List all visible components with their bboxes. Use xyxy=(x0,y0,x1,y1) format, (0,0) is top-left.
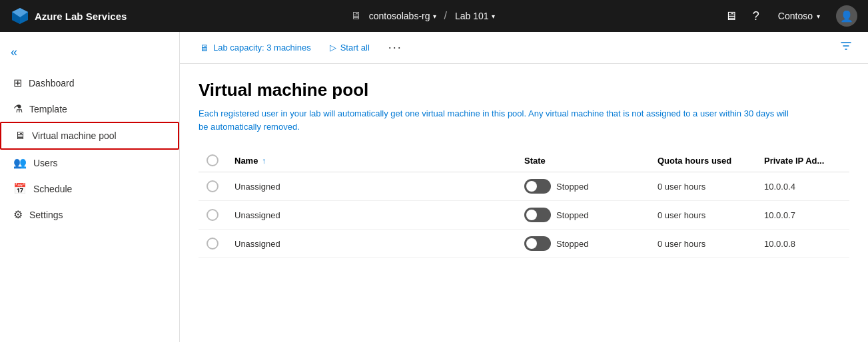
monitor-icon: 🖥 xyxy=(350,10,361,22)
row-check-cell xyxy=(199,201,226,230)
col-header-ip: Private IP Ad... xyxy=(756,149,849,172)
breadcrumb: 🖥 contosolabs-rg ▾ / Lab 101 ▾ xyxy=(135,8,713,24)
chevron-down-icon-lab: ▾ xyxy=(492,13,495,20)
calendar-icon: 📅 xyxy=(13,182,27,195)
sidebar-item-template[interactable]: ⚗ Template xyxy=(0,96,179,122)
sidebar-label-vm-pool: Virtual machine pool xyxy=(32,130,117,141)
avatar[interactable]: 👤 xyxy=(836,5,857,27)
row-quota-0: 0 user hours xyxy=(650,172,756,201)
row-toggle-0[interactable] xyxy=(524,179,551,194)
topnav-right: 🖥 ? Contoso ▾ 👤 xyxy=(722,5,857,27)
row-state-0: Stopped xyxy=(516,172,650,201)
app-logo[interactable]: Azure Lab Services xyxy=(11,7,127,25)
row-state-1: Stopped xyxy=(516,201,650,230)
chevron-left-icon: « xyxy=(11,45,17,59)
toolbar: 🖥 Lab capacity: 3 machines ▷ Start all ·… xyxy=(180,32,868,64)
start-all-btn[interactable]: ▷ Start all xyxy=(326,40,374,55)
row-radio-0[interactable] xyxy=(207,180,218,192)
col-header-state: State xyxy=(516,149,650,172)
breadcrumb-lab[interactable]: Lab 101 ▾ xyxy=(451,8,499,24)
avatar-icon: 👤 xyxy=(840,10,853,23)
col-header-check xyxy=(199,149,226,172)
sidebar-label-template: Template xyxy=(29,104,67,114)
lab-capacity-label: Lab capacity: 3 machines xyxy=(213,43,311,53)
breadcrumb-resource-group[interactable]: contosolabs-rg ▾ xyxy=(365,8,440,24)
sidebar-collapse-btn[interactable]: « xyxy=(0,40,179,65)
help-icon-btn[interactable]: ? xyxy=(750,7,762,26)
table-row: Unassigned Stopped 0 user hours 10.0.0.4 xyxy=(199,172,849,201)
row-name-0: Unassigned xyxy=(226,172,516,201)
col-header-name[interactable]: Name ↑ xyxy=(226,149,516,172)
sidebar-item-vm-pool[interactable]: 🖥 Virtual machine pool xyxy=(0,122,179,150)
monitor-icon-sidebar: 🖥 xyxy=(15,130,25,142)
table-row: Unassigned Stopped 0 user hours 10.0.0.7 xyxy=(199,201,849,230)
vm-table: Name ↑ State Quota hours used Private IP… xyxy=(199,149,849,258)
gear-icon: ⚙ xyxy=(13,208,23,221)
sidebar-label-users: Users xyxy=(33,158,58,168)
row-check-cell xyxy=(199,230,226,258)
topnav: Azure Lab Services 🖥 contosolabs-rg ▾ / … xyxy=(0,0,868,32)
grid-icon: ⊞ xyxy=(13,77,22,89)
sidebar-label-schedule: Schedule xyxy=(33,184,72,194)
page-title: Virtual machine pool xyxy=(199,80,849,100)
breadcrumb-separator: / xyxy=(444,10,447,22)
sidebar-item-users[interactable]: 👥 Users xyxy=(0,150,179,176)
row-quota-2: 0 user hours xyxy=(650,230,756,258)
lab-capacity-btn[interactable]: 🖥 Lab capacity: 3 machines xyxy=(196,40,315,56)
sort-icon: ↑ xyxy=(262,156,266,166)
users-icon: 👥 xyxy=(13,156,27,169)
row-ip-0: 10.0.0.4 xyxy=(756,172,849,201)
col-header-quota: Quota hours used xyxy=(650,149,756,172)
table-row: Unassigned Stopped 0 user hours 10.0.0.8 xyxy=(199,230,849,258)
sidebar-label-settings: Settings xyxy=(29,210,63,220)
main-content: 🖥 Lab capacity: 3 machines ▷ Start all ·… xyxy=(180,32,868,342)
sidebar: « ⊞ Dashboard ⚗ Template 🖥 Virtual machi… xyxy=(0,32,180,342)
chevron-down-icon-account: ▾ xyxy=(817,13,820,20)
play-icon: ▷ xyxy=(330,43,336,53)
row-name-2: Unassigned xyxy=(226,230,516,258)
row-toggle-1[interactable] xyxy=(524,208,551,222)
more-options-btn[interactable]: ··· xyxy=(384,39,406,56)
row-state-label-0: Stopped xyxy=(556,182,588,192)
sidebar-item-settings[interactable]: ⚙ Settings xyxy=(0,202,179,228)
breadcrumb-lab-label: Lab 101 xyxy=(455,11,489,21)
row-state-2: Stopped xyxy=(516,230,650,258)
sidebar-item-schedule[interactable]: 📅 Schedule xyxy=(0,176,179,202)
account-label: Contoso xyxy=(778,11,813,21)
chevron-down-icon: ▾ xyxy=(433,13,436,20)
sidebar-label-dashboard: Dashboard xyxy=(29,78,75,88)
monitor-icon-toolbar: 🖥 xyxy=(200,43,209,53)
row-toggle-2[interactable] xyxy=(524,236,551,251)
row-radio-1[interactable] xyxy=(207,209,218,221)
header-radio[interactable] xyxy=(207,154,218,166)
row-ip-1: 10.0.0.7 xyxy=(756,201,849,230)
app-layout: « ⊞ Dashboard ⚗ Template 🖥 Virtual machi… xyxy=(0,32,868,342)
breadcrumb-rg-label: contosolabs-rg xyxy=(369,11,430,21)
row-state-label-1: Stopped xyxy=(556,210,588,220)
row-ip-2: 10.0.0.8 xyxy=(756,230,849,258)
screen-icon-btn[interactable]: 🖥 xyxy=(722,7,739,26)
row-check-cell xyxy=(199,172,226,201)
row-radio-2[interactable] xyxy=(207,238,218,250)
flask-icon: ⚗ xyxy=(13,102,23,115)
sidebar-item-dashboard[interactable]: ⊞ Dashboard xyxy=(0,70,179,96)
row-name-1: Unassigned xyxy=(226,201,516,230)
page-description: Each registered user in your lab will au… xyxy=(199,107,798,133)
app-name: Azure Lab Services xyxy=(35,11,127,22)
row-quota-1: 0 user hours xyxy=(650,201,756,230)
row-state-label-2: Stopped xyxy=(556,239,588,249)
account-btn[interactable]: Contoso ▾ xyxy=(773,8,825,24)
page-body: Virtual machine pool Each registered use… xyxy=(180,64,868,342)
start-all-label: Start all xyxy=(340,43,370,53)
filter-icon-btn[interactable] xyxy=(840,40,852,55)
